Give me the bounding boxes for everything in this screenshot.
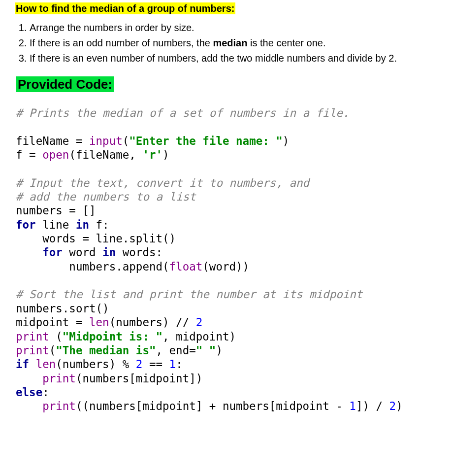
code-text: (numbers[midpoint]) [76,372,202,385]
code-comment: # Sort the list and print the number at … [16,288,362,301]
code-text: : [42,386,49,399]
code-text: word [63,246,102,259]
median-steps: Arrange the numbers in order by size. If… [15,21,437,65]
code-text: ( [123,135,129,147]
code-string: 'r' [142,148,162,161]
code-text [16,246,42,259]
code-comment: # Prints the median of a set of numbers … [16,106,349,119]
code-builtin: print [42,372,76,385]
heading-wrap: How to find the median of a group of num… [15,3,437,14]
code-keyword: if [16,358,29,371]
code-text: words: [116,246,162,259]
code-text: numbers.sort() [16,302,109,315]
step-2-bold: median [213,37,247,48]
code-number: 2 [136,358,143,371]
code-text: midpoint = [16,316,89,329]
code-number: 2 [389,400,396,412]
code-text: numbers.append( [16,260,169,273]
code-comment: # add the numbers to a list [16,190,196,203]
code-builtin: open [42,148,69,161]
code-text: , end= [156,344,195,357]
step-2-post: is the center one. [247,37,325,48]
step-3: If there is an even number of numbers, a… [30,52,437,65]
code-keyword: else [16,386,42,399]
code-text: (numbers) % [56,358,136,371]
code-string: "The median is" [56,344,156,357]
code-text: ( [49,344,56,357]
code-keyword: in [102,246,116,259]
code-text: ) [283,135,290,147]
code-text: fileName = [16,135,89,147]
code-builtin: float [169,260,203,273]
section-heading-wrap: Provided Code: [16,77,437,92]
code-keyword: for [42,246,63,259]
code-text [16,400,42,412]
code-text: == [142,358,169,371]
code-text: ) [162,148,169,161]
step-1: Arrange the numbers in order by size. [30,21,437,34]
code-text: words = line.split() [16,232,176,245]
step-3-text: If there is an even number of numbers, a… [30,53,397,64]
code-builtin: input [89,135,123,147]
code-builtin: len [36,358,56,371]
code-keyword: in [76,218,89,231]
code-string: "Enter the file name: " [129,135,283,147]
code-text: ]) / [356,400,389,412]
code-text: ) [396,400,403,412]
section-heading: Provided Code: [16,76,114,92]
code-text: : [176,358,183,371]
code-text: ((numbers[midpoint] + numbers[midpoint - [76,400,349,412]
code-keyword: for [16,218,36,231]
code-text: (fileName, [69,148,142,161]
code-string: " " [196,344,216,357]
code-builtin: print [16,344,49,357]
code-text: numbers = [] [16,204,96,217]
code-text: (word)) [202,260,249,273]
code-text: line [36,218,76,231]
code-text: ( [49,330,63,343]
code-string: "Midpoint is: " [63,330,162,343]
step-2-pre: If there is an odd number of numbers, th… [30,37,213,48]
code-text: , midpoint) [162,330,236,343]
code-text: (numbers) // [109,316,196,329]
median-heading: How to find the median of a group of num… [15,2,235,14]
code-text: ) [216,344,223,357]
step-1-text: Arrange the numbers in order by size. [30,22,194,33]
code-text: f = [16,148,42,161]
step-2: If there is an odd number of numbers, th… [30,36,437,50]
intro-block: How to find the median of a group of num… [0,3,452,413]
code-builtin: len [89,316,109,329]
code-block: # Prints the median of a set of numbers … [15,106,437,413]
code-text: f: [89,218,109,231]
code-text [16,372,42,385]
code-number: 1 [349,400,356,412]
code-text [29,358,36,371]
code-number: 2 [196,316,203,329]
code-builtin: print [42,400,76,412]
code-comment: # Input the text, convert it to numbers,… [16,176,309,189]
code-number: 1 [169,358,176,371]
code-builtin: print [16,330,49,343]
